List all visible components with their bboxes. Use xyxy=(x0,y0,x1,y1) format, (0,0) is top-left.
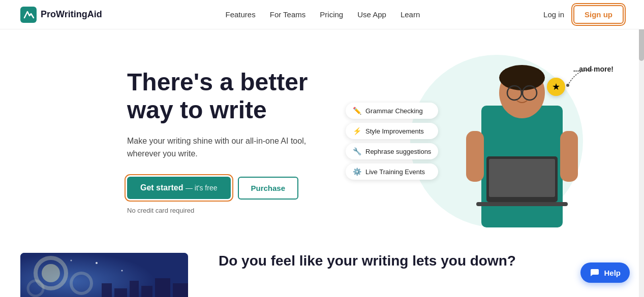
svg-rect-8 xyxy=(489,159,555,197)
svg-rect-23 xyxy=(114,288,127,297)
svg-rect-26 xyxy=(155,278,170,297)
svg-point-20 xyxy=(71,260,72,261)
nav-learn[interactable]: Learn xyxy=(401,10,420,19)
and-more-label: ...and more! xyxy=(573,65,614,73)
svg-rect-27 xyxy=(173,283,188,297)
hero-section: There's a better way to write Make your … xyxy=(0,29,644,243)
svg-point-15 xyxy=(42,264,60,282)
svg-point-12 xyxy=(566,84,569,87)
feature-card-grammar: ✏️ Grammar Checking xyxy=(346,103,438,119)
logo-area[interactable]: ProWritingAid xyxy=(20,7,102,23)
cta-primary-text: Get started xyxy=(140,183,183,192)
grammar-icon: ✏️ xyxy=(353,107,361,115)
brand-name: ProWritingAid xyxy=(41,9,102,20)
rephrase-icon: 🔧 xyxy=(353,147,361,155)
scrollbar-track[interactable] xyxy=(639,0,644,297)
navbar: ProWritingAid Features For Teams Pricing… xyxy=(0,0,644,29)
purchase-button[interactable]: Purchase xyxy=(238,177,299,200)
help-chat-icon xyxy=(590,268,600,278)
svg-rect-9 xyxy=(476,202,568,206)
hero-subtitle: Make your writing shine with our all-in-… xyxy=(127,135,341,160)
hero-title: There's a better way to write xyxy=(127,68,341,124)
nav-links: Features For Teams Pricing Use App Learn xyxy=(226,10,420,19)
nav-for-teams[interactable]: For Teams xyxy=(270,10,306,19)
bottom-text-section: Do you feel like your writing lets you d… xyxy=(219,253,624,269)
style-label: Style Improvements xyxy=(365,127,424,135)
hero-image-area: ...and more! ★ ✏️ Grammar Checking ⚡ Sty… xyxy=(341,50,624,233)
grammar-label: Grammar Checking xyxy=(365,107,423,115)
training-label: Live Training Events xyxy=(365,168,425,176)
bottom-heading: Do you feel like your writing lets you d… xyxy=(219,253,624,269)
svg-point-19 xyxy=(121,270,123,272)
rephrase-label: Rephrase suggestions xyxy=(365,148,431,155)
signup-button[interactable]: Sign up xyxy=(573,5,624,24)
bottom-image xyxy=(20,253,188,297)
logo-icon xyxy=(20,7,37,23)
star-badge: ★ xyxy=(547,78,565,96)
help-button[interactable]: Help xyxy=(580,262,630,283)
nav-pricing[interactable]: Pricing xyxy=(320,10,343,19)
feature-cards: ✏️ Grammar Checking ⚡ Style Improvements… xyxy=(346,103,438,180)
hero-content: There's a better way to write Make your … xyxy=(127,68,341,214)
help-label: Help xyxy=(604,269,621,277)
navbar-right: Log in Sign up xyxy=(543,5,624,24)
get-started-button[interactable]: Get started — it's free xyxy=(127,177,231,199)
style-icon: ⚡ xyxy=(353,127,361,135)
cta-free-text: — it's free xyxy=(186,184,218,192)
hero-buttons: Get started — it's free Purchase xyxy=(127,177,341,200)
nav-use-app[interactable]: Use App xyxy=(357,10,386,19)
nav-features[interactable]: Features xyxy=(226,10,256,19)
login-link[interactable]: Log in xyxy=(543,10,564,19)
svg-point-3 xyxy=(499,65,545,90)
feature-card-style: ⚡ Style Improvements xyxy=(346,123,438,139)
no-credit-text: No credit card required xyxy=(127,207,341,214)
svg-rect-22 xyxy=(102,283,112,297)
svg-rect-24 xyxy=(130,281,139,297)
bottom-section: Do you feel like your writing lets you d… xyxy=(0,243,644,297)
svg-rect-10 xyxy=(466,131,484,182)
feature-card-training: ⚙️ Live Training Events xyxy=(346,163,438,180)
svg-point-18 xyxy=(96,262,98,264)
svg-rect-11 xyxy=(560,131,578,182)
training-icon: ⚙️ xyxy=(353,168,361,176)
svg-rect-25 xyxy=(141,286,152,297)
feature-card-rephrase: 🔧 Rephrase suggestions xyxy=(346,143,438,159)
starry-night-svg xyxy=(20,253,188,297)
